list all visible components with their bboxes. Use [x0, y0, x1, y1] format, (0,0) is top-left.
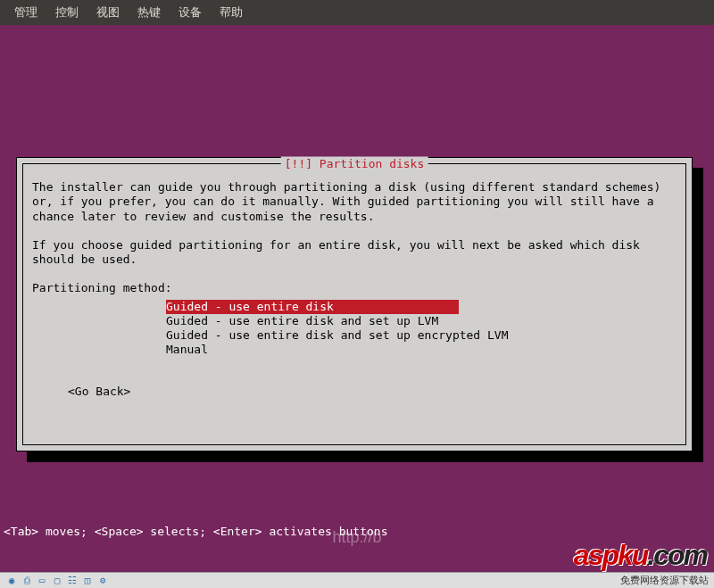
option-guided-lvm[interactable]: Guided - use entire disk and set up LVM: [166, 314, 677, 328]
mouse-icon[interactable]: ◫: [81, 575, 94, 587]
menu-hotkeys[interactable]: 热键: [130, 1, 168, 24]
installer-screen: [!!] Partition disks The installer can g…: [0, 25, 714, 572]
vm-menubar: 管理 控制 视图 热键 设备 帮助: [0, 0, 714, 25]
partition-dialog: [!!] Partition disks The installer can g…: [16, 157, 693, 451]
dialog-content: The installer can guide you through part…: [23, 164, 685, 408]
help-line: <Tab> moves; <Space> selects; <Enter> ac…: [4, 525, 387, 538]
menu-help[interactable]: 帮助: [212, 1, 250, 24]
dialog-para-1: The installer can guide you through part…: [32, 180, 677, 224]
usb-icon[interactable]: ⎙: [21, 575, 33, 587]
partition-options: Guided - use entire disk Guided - use en…: [166, 300, 677, 358]
menu-manage[interactable]: 管理: [7, 1, 45, 24]
disc-icon[interactable]: ◉: [5, 575, 18, 587]
menu-control[interactable]: 控制: [48, 1, 86, 24]
go-back-button[interactable]: <Go Back>: [68, 385, 677, 399]
menu-devices[interactable]: 设备: [171, 1, 209, 24]
settings-icon[interactable]: ⚙: [96, 575, 109, 587]
tray-icons: ◉ ⎙ ▭ ▢ ☷ ◫ ⚙: [5, 575, 109, 587]
display-icon[interactable]: ▢: [51, 575, 63, 587]
method-label: Partitioning method:: [32, 281, 677, 295]
network-icon[interactable]: ☷: [66, 575, 79, 587]
dialog-border: [!!] Partition disks The installer can g…: [22, 163, 686, 445]
option-manual[interactable]: Manual: [166, 343, 677, 357]
dialog-title: [!!] Partition disks: [281, 157, 428, 170]
dialog-para-2: If you choose guided partitioning for an…: [32, 238, 677, 268]
option-guided-encrypted-lvm[interactable]: Guided - use entire disk and set up encr…: [166, 328, 677, 343]
option-guided-entire-disk[interactable]: Guided - use entire disk: [166, 300, 459, 314]
vm-statusbar: ◉ ⎙ ▭ ▢ ☷ ◫ ⚙ 免费网络资源下载站: [0, 572, 714, 588]
watermark-tag: 免费网络资源下载站: [620, 574, 709, 587]
menu-view[interactable]: 视图: [89, 1, 127, 24]
folder-icon[interactable]: ▭: [36, 575, 48, 587]
